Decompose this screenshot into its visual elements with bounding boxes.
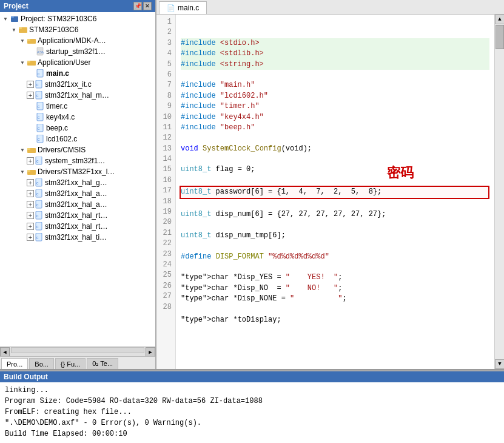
tree-expand-icon[interactable]: +: [27, 223, 34, 230]
code-line[interactable]: void SystemClock_Config(void);: [181, 144, 489, 154]
v-scroll-thumb[interactable]: [496, 25, 504, 49]
panel-h-scroll[interactable]: ◀ ▶: [0, 347, 155, 356]
line-number: 16: [160, 175, 172, 186]
tree-item-app-mdk[interactable]: ▼Application/MDK-A…: [0, 35, 155, 46]
tree-item-stm32-hal-ti[interactable]: +cstm32f1xx_hal_ti…: [0, 232, 155, 243]
editor-tab-main-c[interactable]: 📄 main.c: [159, 1, 207, 14]
tree-expand-icon[interactable]: ▼: [1, 15, 10, 23]
tree-item-label: startup_stm32f1…: [46, 47, 106, 56]
code-area[interactable]: 1234567891011121314151617181920212223242…: [156, 15, 494, 369]
bottom-tab-books-tab[interactable]: Bo...: [29, 358, 54, 369]
panel-pin-button[interactable]: 📌: [133, 2, 142, 10]
code-line[interactable]: [181, 154, 489, 164]
svg-rect-25: [27, 148, 30, 150]
code-line[interactable]: [181, 262, 489, 272]
scroll-right-btn[interactable]: ▶: [146, 347, 155, 357]
tree-item-timer-c[interactable]: ctimer.c: [0, 101, 155, 112]
bottom-tabs: Pro...Bo...{} Fu...0₂ Te...: [0, 356, 155, 369]
tree-item-beep-c[interactable]: cbeep.c: [0, 123, 155, 134]
code-line[interactable]: uint8_t disp_num[6] = {27, 27, 27, 27, 2…: [181, 209, 489, 220]
code-line[interactable]: "type">char *Disp_NO = " NO! ";: [181, 283, 489, 294]
code-line[interactable]: uint8_t flag = 0;密码: [181, 164, 489, 175]
v-scroll-track[interactable]: [495, 24, 504, 359]
tree-expand-icon[interactable]: +: [27, 179, 34, 186]
tree-expand-icon[interactable]: +: [27, 234, 34, 241]
tree-item-system-stm32f1[interactable]: +csystem_stm32f1…: [0, 155, 155, 166]
bottom-tab-project-tab[interactable]: Pro...: [1, 358, 28, 369]
code-line[interactable]: #include "beep.h": [181, 123, 489, 133]
v-scrollbar[interactable]: ▲ ▼: [494, 15, 504, 369]
tree-expand-icon[interactable]: ▼: [18, 58, 27, 67]
code-line[interactable]: [181, 325, 489, 336]
code-line[interactable]: uint8_t password[6] = {1, 4, 7, 2, 5, 8}…: [180, 186, 489, 198]
code-line[interactable]: "type">char *toDisplay;: [181, 315, 489, 325]
tree-item-stm32f103c6[interactable]: ▼STM32F103C6: [0, 24, 155, 35]
tree-item-label: stm32f1xx_hal_g…: [45, 178, 107, 187]
code-line[interactable]: [181, 70, 489, 80]
tree-expand-icon[interactable]: ▼: [18, 167, 27, 176]
code-line[interactable]: #include <stdio.h>: [181, 38, 489, 49]
tree-item-drivers-stm32[interactable]: ▼Drivers/STM32F1xx_l…: [0, 166, 155, 177]
tree-expand-icon[interactable]: [27, 69, 35, 78]
tree-item-stm32-hal-a2[interactable]: +cstm32f1xx_hal_a…: [0, 199, 155, 210]
code-line[interactable]: #include <stdlib.h>: [181, 49, 489, 59]
tree-expand-icon[interactable]: ▼: [18, 146, 27, 154]
tree-item-stm32f1xx-hal-m[interactable]: +cstm32f1xx_hal_m…: [0, 90, 155, 101]
tree-expand-icon[interactable]: ▼: [18, 36, 27, 45]
build-output-header: Build Output: [0, 371, 504, 382]
code-line[interactable]: #include <string.h>: [181, 59, 489, 70]
code-line[interactable]: [181, 133, 489, 143]
scroll-left-btn[interactable]: ◀: [0, 347, 10, 357]
code-line[interactable]: #include "key4x4.h": [181, 112, 489, 123]
tree-expand-icon[interactable]: +: [27, 92, 34, 99]
tree-item-stm32-hal-rt2[interactable]: +cstm32f1xx_hal_rt…: [0, 221, 155, 232]
tree-expand-icon[interactable]: ▼: [10, 25, 18, 34]
bottom-tab-functions-tab[interactable]: {} Fu...: [55, 358, 86, 369]
svg-rect-29: [27, 170, 30, 172]
code-line[interactable]: [181, 305, 489, 315]
tree-expand-icon[interactable]: +: [27, 190, 34, 197]
tree-expand-icon[interactable]: +: [27, 157, 34, 164]
tree-expand-icon[interactable]: +: [27, 81, 34, 88]
tree-item-main-c[interactable]: cmain.c: [0, 68, 155, 79]
panel-close-button[interactable]: ✕: [143, 2, 152, 10]
tree-item-stm32f1xx-it[interactable]: +cstm32f1xx_it.c: [0, 79, 155, 90]
code-content[interactable]: #include <stdio.h>#include <stdlib.h>#in…: [176, 15, 494, 369]
tree-item-drivers-cmsis[interactable]: ▼Drivers/CMSIS: [0, 144, 155, 155]
code-line[interactable]: [181, 241, 489, 251]
tree-expand-icon[interactable]: [27, 124, 35, 132]
tree-item-project-root[interactable]: ▼Project: STM32F103C6: [0, 13, 155, 24]
code-line[interactable]: "type">char *Disp_YES = " YES! ";: [181, 272, 489, 283]
line-number: 19: [160, 207, 172, 217]
tree-item-app-user[interactable]: ▼Application/User: [0, 57, 155, 68]
code-line[interactable]: #include "lcd1602.h": [181, 91, 489, 101]
v-scroll-down-btn[interactable]: ▼: [495, 359, 504, 369]
code-line[interactable]: #include "main.h": [181, 80, 489, 90]
code-line[interactable]: [181, 199, 489, 209]
tree-item-key4x4-c[interactable]: ckey4x4.c: [0, 112, 155, 123]
tree-expand-icon[interactable]: [27, 135, 35, 143]
tree-item-startup[interactable]: ASMstartup_stm32f1…: [0, 46, 155, 57]
tree-item-stm32-hal-a1[interactable]: +cstm32f1xx_hal_a…: [0, 188, 155, 199]
tree-expand-icon[interactable]: [27, 47, 35, 56]
project-tree[interactable]: ▼Project: STM32F103C6▼STM32F103C6▼Applic…: [0, 12, 155, 347]
svg-text:c: c: [36, 159, 39, 163]
code-line[interactable]: [181, 220, 489, 230]
code-line[interactable]: #define DISP_FORMAT "%d%d%d%d%d%d": [181, 252, 489, 262]
code-line[interactable]: #include "timer.h": [181, 101, 489, 112]
scroll-track[interactable]: [11, 347, 144, 353]
tree-expand-icon[interactable]: [27, 102, 35, 110]
tree-item-stm32-hal-g[interactable]: +cstm32f1xx_hal_g…: [0, 177, 155, 188]
tree-expand-icon[interactable]: +: [27, 201, 34, 208]
tree-expand-icon[interactable]: [27, 113, 35, 121]
code-line[interactable]: uint8_t disp_num_tmp[6];: [181, 231, 489, 241]
line-number: 7: [160, 80, 172, 90]
tree-node-icon: [27, 145, 36, 155]
tree-item-stm32-hal-rt1[interactable]: +cstm32f1xx_hal_rt…: [0, 210, 155, 221]
tree-item-lcd1602-c[interactable]: clcd1602.c: [0, 134, 155, 144]
tree-expand-icon[interactable]: +: [27, 212, 34, 219]
code-line[interactable]: [181, 175, 489, 186]
bottom-tab-templates-tab[interactable]: 0₂ Te...: [87, 358, 118, 369]
code-line[interactable]: "type">char *Disp_NONE = " ";: [181, 294, 489, 304]
v-scroll-up-btn[interactable]: ▲: [495, 15, 504, 24]
